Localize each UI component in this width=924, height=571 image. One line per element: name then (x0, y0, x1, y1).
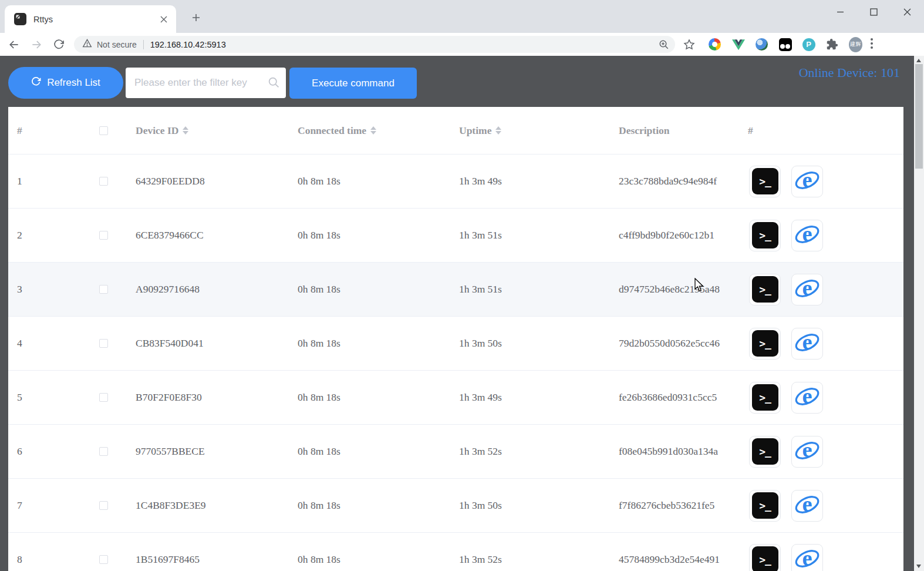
open-terminal-button[interactable]: >_ (749, 382, 781, 414)
page-scrollbar[interactable] (914, 56, 924, 571)
open-web-button[interactable]: e (791, 490, 823, 522)
row-checkbox[interactable] (99, 555, 108, 564)
zoom-icon[interactable] (659, 39, 669, 50)
profile-avatar[interactable]: 建辉 (849, 38, 862, 51)
terminal-icon: >_ (752, 276, 778, 303)
header-uptime[interactable]: Uptime (450, 125, 610, 137)
security-label[interactable]: Not secure (97, 40, 137, 49)
uptime-cell: 1h 3m 49s (450, 175, 610, 187)
row-checkbox[interactable] (99, 231, 108, 240)
row-checkbox[interactable] (99, 285, 108, 294)
row-checkbox[interactable] (99, 393, 108, 402)
back-icon[interactable] (6, 36, 22, 53)
filter-input[interactable] (126, 68, 286, 98)
table-header: # Device ID Connected time Uptime Descri… (8, 107, 903, 154)
open-terminal-button[interactable]: >_ (749, 328, 781, 360)
table-row[interactable]: 6 9770557BBECE 0h 8m 18s 1h 3m 52s f08e0… (8, 425, 903, 479)
header-actions: # (739, 125, 903, 137)
row-index: 8 (8, 553, 90, 566)
forward-icon[interactable] (28, 36, 45, 53)
open-web-button[interactable]: e (791, 328, 823, 360)
row-index: 7 (8, 499, 90, 512)
open-terminal-button[interactable]: >_ (749, 544, 781, 571)
description-cell: 79d2b0550d0562e5cc46 (610, 337, 739, 350)
browser-toolbar: Not secure 192.168.10.42:5913 P 建辉 (0, 33, 924, 56)
row-checkbox[interactable] (99, 501, 108, 510)
table-row[interactable]: 5 B70F2F0E8F30 0h 8m 18s 1h 3m 49s fe26b… (8, 371, 903, 425)
table-row[interactable]: 3 A90929716648 0h 8m 18s 1h 3m 51s d9747… (8, 263, 903, 317)
maximize-button[interactable] (857, 0, 891, 23)
row-checkbox[interactable] (99, 447, 108, 456)
device-id-cell: B70F2F0E8F30 (127, 391, 289, 404)
description-cell: 23c3c788bda9c94e984f (610, 175, 739, 187)
table-row[interactable]: 1 64329F0EEDD8 0h 8m 18s 1h 3m 49s 23c3c… (8, 154, 903, 209)
vue-devtools-extension-icon[interactable] (731, 38, 745, 51)
header-index: # (8, 125, 90, 137)
execute-command-button[interactable]: Execute command (289, 68, 417, 99)
select-all-checkbox[interactable] (99, 126, 108, 135)
extensions-row: P 建辉 (708, 38, 862, 51)
extensions-puzzle-icon[interactable] (825, 38, 839, 51)
globe-extension-icon[interactable] (755, 38, 768, 51)
terminal-icon: >_ (752, 222, 778, 248)
p-extension-icon[interactable]: P (802, 38, 815, 51)
device-table-body: 1 64329F0EEDD8 0h 8m 18s 1h 3m 49s 23c3c… (8, 154, 903, 571)
uptime-cell: 1h 3m 51s (450, 229, 610, 241)
open-terminal-button[interactable]: >_ (749, 274, 781, 305)
ie-browser-icon: e (794, 383, 821, 412)
not-secure-warning-icon[interactable] (82, 39, 92, 50)
row-checkbox[interactable] (99, 339, 108, 348)
header-connected-time[interactable]: Connected time (289, 125, 450, 137)
scroll-up-icon[interactable] (916, 59, 921, 62)
open-terminal-button[interactable]: >_ (749, 166, 781, 197)
ie-browser-icon: e (794, 545, 821, 571)
ie-browser-icon: e (794, 329, 821, 358)
browser-tab[interactable]: Rttys (5, 5, 176, 33)
search-icon[interactable] (268, 76, 280, 91)
terminal-icon: >_ (752, 492, 778, 519)
color-wheel-extension-icon[interactable] (708, 38, 721, 51)
dark-box-extension-icon[interactable] (778, 38, 792, 51)
table-row[interactable]: 8 1B51697F8465 0h 8m 18s 1h 3m 52s 45784… (8, 533, 903, 571)
open-terminal-button[interactable]: >_ (749, 436, 781, 468)
url-text[interactable]: 192.168.10.42:5913 (150, 40, 659, 49)
device-id-cell: 6CE8379466CC (127, 229, 289, 241)
address-bar[interactable]: Not secure 192.168.10.42:5913 (74, 36, 675, 53)
connected-time-cell: 0h 8m 18s (289, 175, 450, 187)
open-web-button[interactable]: e (791, 382, 823, 414)
rttys-favicon-icon (14, 13, 26, 25)
table-row[interactable]: 2 6CE8379466CC 0h 8m 18s 1h 3m 51s c4ff9… (8, 209, 903, 263)
table-row[interactable]: 7 1C4B8F3DE3E9 0h 8m 18s 1h 3m 50s f7f86… (8, 479, 903, 533)
open-web-button[interactable]: e (791, 436, 823, 468)
refresh-list-button[interactable]: Refresh List (8, 67, 123, 99)
open-web-button[interactable]: e (791, 220, 823, 251)
reload-icon[interactable] (50, 36, 67, 53)
browser-menu-icon[interactable] (871, 38, 873, 51)
open-terminal-button[interactable]: >_ (749, 220, 781, 251)
row-index: 4 (8, 337, 90, 350)
connected-time-cell: 0h 8m 18s (289, 229, 450, 241)
device-id-cell: A90929716648 (127, 283, 289, 295)
header-device-id[interactable]: Device ID (127, 125, 289, 137)
open-web-button[interactable]: e (791, 166, 823, 197)
minimize-button[interactable] (824, 0, 857, 23)
close-tab-icon[interactable] (159, 14, 169, 25)
sort-caret-icon[interactable] (495, 126, 501, 135)
sort-caret-icon[interactable] (370, 126, 376, 135)
scrollbar-thumb[interactable] (915, 64, 923, 169)
sort-caret-icon[interactable] (183, 126, 188, 135)
row-checkbox[interactable] (99, 177, 108, 186)
device-id-cell: 9770557BBECE (127, 445, 289, 458)
bookmark-star-icon[interactable] (683, 39, 695, 51)
open-web-button[interactable]: e (791, 274, 823, 305)
row-index: 3 (8, 283, 90, 295)
close-window-button[interactable] (891, 0, 924, 23)
ie-browser-icon: e (794, 437, 821, 466)
open-terminal-button[interactable]: >_ (749, 490, 781, 522)
connected-time-cell: 0h 8m 18s (289, 391, 450, 404)
window-controls (824, 0, 924, 23)
open-web-button[interactable]: e (791, 544, 823, 571)
scroll-down-icon[interactable] (916, 565, 921, 568)
table-row[interactable]: 4 CB83F540D041 0h 8m 18s 1h 3m 50s 79d2b… (8, 317, 903, 371)
new-tab-button[interactable] (188, 9, 204, 26)
